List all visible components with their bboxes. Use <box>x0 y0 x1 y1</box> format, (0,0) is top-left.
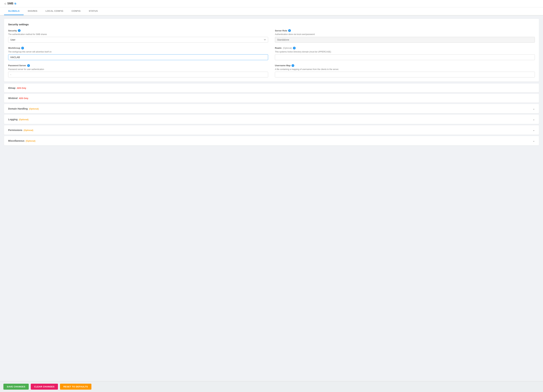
security-description: The authentication method for SMB shares <box>8 33 268 36</box>
logging-chevron: ⌄ <box>533 118 535 121</box>
tab-status[interactable]: STATUS <box>85 7 102 15</box>
security-label: Security i <box>8 29 268 32</box>
password-server-description: Password server for user authentication <box>8 68 268 71</box>
permissions-header[interactable]: Permissions (Optional) ⌄ <box>4 125 539 135</box>
permissions-optional-tag: (Optional) <box>24 129 33 131</box>
realm-input[interactable] <box>275 54 535 60</box>
username-map-group: Username Map i A file containing a mappi… <box>275 64 535 78</box>
winbind-section: Winbind ADS Only <box>4 94 539 103</box>
password-server-group: Password Server i Password server for us… <box>8 64 268 78</box>
main-content: Security settings Security i The authent… <box>0 16 543 160</box>
permissions-title: Permissions (Optional) <box>8 129 33 131</box>
workgroup-input[interactable] <box>8 54 268 60</box>
domain-handling-optional-tag: (Optional) <box>29 108 39 110</box>
miscellaneous-title: Miscellaneous (Optional) <box>8 140 35 142</box>
miscellaneous-chevron: ⌄ <box>533 139 535 142</box>
back-icon[interactable]: ◁ <box>4 2 6 5</box>
workgroup-label: WorkGroup i <box>8 47 268 50</box>
security-group: Security i The authentication method for… <box>8 29 268 43</box>
password-server-input[interactable] <box>8 72 268 78</box>
title-text: SMB <box>7 2 13 5</box>
server-role-description: Authentication done via local user/passw… <box>275 33 535 36</box>
permissions-chevron: ⌄ <box>533 129 535 132</box>
app-header: ◁ SMB ⧉ <box>0 0 543 7</box>
logging-title: Logging (Optional) <box>8 118 28 121</box>
tab-local-config[interactable]: LOCAL CONFIG <box>41 7 68 15</box>
idmap-ads-tag: ADS Only <box>17 87 26 89</box>
logging-optional-tag: (Optional) <box>19 118 28 121</box>
idmap-section: IDmap ADS Only <box>4 84 539 92</box>
security-info-icon[interactable]: i <box>18 29 21 32</box>
tab-globals[interactable]: GLOBALS <box>4 7 24 15</box>
tab-config[interactable]: CONFIG <box>68 7 85 15</box>
miscellaneous-optional-tag: (Optional) <box>26 140 35 142</box>
username-map-info-icon[interactable]: i <box>292 64 294 67</box>
realm-group: Realm (Optional) i This systems Active D… <box>275 47 535 60</box>
server-role-input <box>275 37 535 43</box>
username-map-label: Username Map i <box>275 64 535 67</box>
server-role-label: Server Role i <box>275 29 535 32</box>
server-role-info-icon[interactable]: i <box>288 29 291 32</box>
security-settings-card: Security settings Security i The authent… <box>4 19 539 82</box>
permissions-section: Permissions (Optional) ⌄ <box>4 125 539 135</box>
realm-label: Realm (Optional) i <box>275 47 535 50</box>
logging-header[interactable]: Logging (Optional) ⌄ <box>4 115 539 124</box>
logging-section: Logging (Optional) ⌄ <box>4 115 539 124</box>
idmap-title: IDmap ADS Only <box>8 87 26 89</box>
workgroup-group: WorkGroup i The workgroup this server wi… <box>8 47 268 60</box>
username-map-input[interactable] <box>275 72 535 78</box>
winbind-header[interactable]: Winbind ADS Only <box>4 94 539 103</box>
security-select[interactable]: User <box>8 37 268 43</box>
external-link-icon[interactable]: ⧉ <box>14 2 16 5</box>
tabs-bar: GLOBALS SHARES LOCAL CONFIG CONFIG STATU… <box>0 7 543 16</box>
realm-info-icon[interactable]: i <box>293 47 296 50</box>
miscellaneous-header[interactable]: Miscellaneous (Optional) ⌄ <box>4 136 539 146</box>
realm-description: This systems Active Directory domain (mu… <box>275 50 535 53</box>
winbind-title: Winbind ADS Only <box>8 97 28 100</box>
domain-handling-title: Domain Handling (Optional) <box>8 107 39 110</box>
tab-shares[interactable]: SHARES <box>24 7 41 15</box>
card-title: Security settings <box>8 23 535 26</box>
workgroup-description: The workgroup this server will advertise… <box>8 50 268 53</box>
realm-optional-tag: (Optional) <box>283 47 292 49</box>
idmap-header[interactable]: IDmap ADS Only <box>4 84 539 92</box>
form-grid: Security i The authentication method for… <box>8 29 535 78</box>
workgroup-info-icon[interactable]: i <box>21 47 24 50</box>
server-role-group: Server Role i Authentication done via lo… <box>275 29 535 43</box>
username-map-description: A file containing a mapping of usernames… <box>275 68 535 71</box>
winbind-ads-tag: ADS Only <box>19 97 28 100</box>
password-server-info-icon[interactable]: i <box>27 64 30 67</box>
miscellaneous-section: Miscellaneous (Optional) ⌄ <box>4 136 539 146</box>
app-title: SMB ⧉ <box>7 2 16 5</box>
domain-handling-header[interactable]: Domain Handling (Optional) ⌄ <box>4 104 539 113</box>
domain-handling-chevron: ⌄ <box>533 107 535 110</box>
password-server-label: Password Server i <box>8 64 268 67</box>
domain-handling-section: Domain Handling (Optional) ⌄ <box>4 104 539 113</box>
